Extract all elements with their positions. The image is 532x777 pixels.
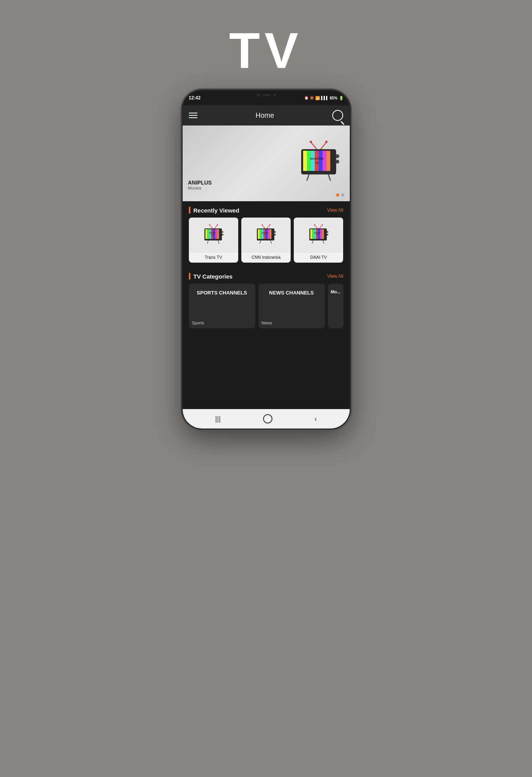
svg-rect-30 (215, 229, 217, 239)
svg-line-1 (321, 142, 326, 149)
hero-banner: ANIPLUS Movies (183, 125, 350, 201)
hero-dots (336, 193, 344, 197)
dot-1 (336, 193, 339, 197)
app-header: Home (183, 105, 350, 125)
svg-point-54 (274, 234, 276, 236)
sports-bg-text: SPORTS CHANNELS (189, 288, 255, 298)
news-label: News (258, 318, 325, 328)
tv-icon-trans-tv: NONTON TV (201, 223, 226, 247)
tv-icon-cnn: NONTON TV (253, 223, 279, 247)
svg-rect-10 (319, 151, 323, 171)
svg-point-73 (327, 234, 329, 236)
svg-rect-63 (310, 229, 312, 239)
card-thumb-cnn: NONTON TV (241, 218, 291, 253)
signal-icon: ▌▌▌ (321, 96, 328, 100)
category-card-sports[interactable]: SPORTS CHANNELS Sports (189, 284, 255, 328)
nav-home-button[interactable] (263, 414, 272, 423)
sensor-dot (273, 94, 276, 96)
svg-line-38 (262, 225, 265, 228)
more-bg-text: Mo... (328, 288, 344, 295)
nav-back-button[interactable]: ||| (215, 415, 221, 423)
battery-icon: 🔋 (339, 96, 344, 100)
recently-viewed-view-all[interactable]: View All (327, 207, 344, 213)
svg-rect-29 (213, 229, 215, 239)
card-label-cnn: CNN Indonesia (241, 253, 291, 263)
svg-rect-65 (314, 229, 316, 239)
svg-line-39 (267, 225, 270, 228)
svg-point-35 (222, 234, 223, 236)
header-title: Home (255, 111, 274, 120)
svg-rect-27 (209, 229, 211, 239)
svg-point-22 (217, 224, 218, 225)
svg-rect-26 (207, 229, 209, 239)
page-wrapper: TV 12:42 ⏰ 🔕 📶 ▌▌▌ 85% 🔋 (0, 0, 532, 777)
svg-rect-67 (318, 229, 320, 239)
svg-line-75 (323, 240, 324, 244)
svg-point-16 (335, 160, 339, 164)
tv-categories-header: TV Categories View All (183, 269, 350, 284)
svg-text:TV: TV (264, 234, 266, 236)
category-card-more[interactable]: Mo... (328, 284, 344, 328)
svg-line-55 (260, 240, 261, 244)
svg-rect-47 (263, 229, 265, 239)
svg-point-60 (322, 224, 323, 225)
svg-rect-49 (267, 229, 269, 239)
news-bg-text: NEWS CHANNELS (258, 288, 325, 298)
svg-line-57 (315, 225, 318, 228)
svg-text:NONTON: NONTON (209, 232, 215, 234)
svg-rect-66 (316, 229, 318, 239)
categories-title-wrap: TV Categories (189, 273, 233, 280)
svg-text:NONTON: NONTON (310, 157, 323, 160)
hero-channel-category: Movies (188, 186, 212, 190)
svg-point-53 (274, 231, 276, 233)
phone-frame: 12:42 ⏰ 🔕 📶 ▌▌▌ 85% 🔋 (183, 91, 350, 429)
svg-rect-50 (269, 229, 271, 239)
svg-line-0 (311, 142, 317, 149)
section-title-wrap: Recently Viewed (189, 207, 239, 214)
svg-text:TV: TV (211, 234, 213, 236)
svg-line-18 (328, 174, 330, 180)
svg-rect-45 (260, 229, 262, 239)
status-time: 12:42 (189, 95, 201, 101)
svg-rect-68 (320, 229, 322, 239)
svg-line-19 (209, 225, 213, 228)
svg-line-58 (319, 225, 323, 228)
card-label-daai: DAAI TV (294, 253, 343, 263)
recently-viewed-section: Recently Viewed View All (183, 201, 350, 269)
svg-line-17 (307, 174, 309, 180)
channel-card-cnn[interactable]: NONTON TV CNN Indonesia (241, 218, 291, 263)
svg-rect-44 (258, 229, 260, 239)
channel-card-trans-tv[interactable]: NONTON TV Trans TV (189, 218, 238, 263)
card-thumb-daai: NONTON TV (294, 218, 343, 253)
svg-point-41 (269, 224, 270, 225)
menu-line-1 (189, 113, 197, 113)
nav-recent-button[interactable]: ‹ (314, 415, 317, 423)
recently-viewed-cards: NONTON TV Trans TV (183, 218, 350, 269)
category-card-news[interactable]: NEWS CHANNELS News (258, 284, 325, 328)
speaker-dot (262, 94, 271, 96)
categories-accent-bar (189, 273, 190, 280)
svg-rect-48 (265, 229, 267, 239)
status-bar: 12:42 ⏰ 🔕 📶 ▌▌▌ 85% 🔋 (183, 91, 350, 105)
svg-rect-25 (205, 229, 207, 239)
svg-rect-6 (303, 151, 307, 171)
svg-rect-31 (217, 229, 219, 239)
svg-point-59 (314, 224, 315, 225)
tv-categories-view-all[interactable]: View All (327, 274, 344, 279)
svg-point-15 (335, 154, 339, 158)
search-button[interactable] (332, 110, 343, 121)
app-title: TV (229, 21, 303, 80)
categories-cards-row: SPORTS CHANNELS Sports NEWS CHANNELS New… (183, 284, 350, 334)
svg-line-56 (270, 240, 272, 244)
svg-point-40 (262, 224, 263, 225)
mute-icon: 🔕 (310, 96, 314, 100)
svg-text:NONTON: NONTON (262, 232, 268, 234)
channel-card-daai[interactable]: NONTON TV DAAI TV (294, 218, 343, 263)
svg-point-34 (222, 231, 223, 233)
tv-categories-section: TV Categories View All SPORTS CHANNELS S… (183, 269, 350, 334)
wifi-icon: 📶 (315, 96, 320, 100)
svg-line-74 (312, 240, 314, 244)
menu-button[interactable] (189, 113, 197, 118)
svg-rect-9 (315, 151, 319, 171)
svg-point-72 (327, 231, 329, 233)
